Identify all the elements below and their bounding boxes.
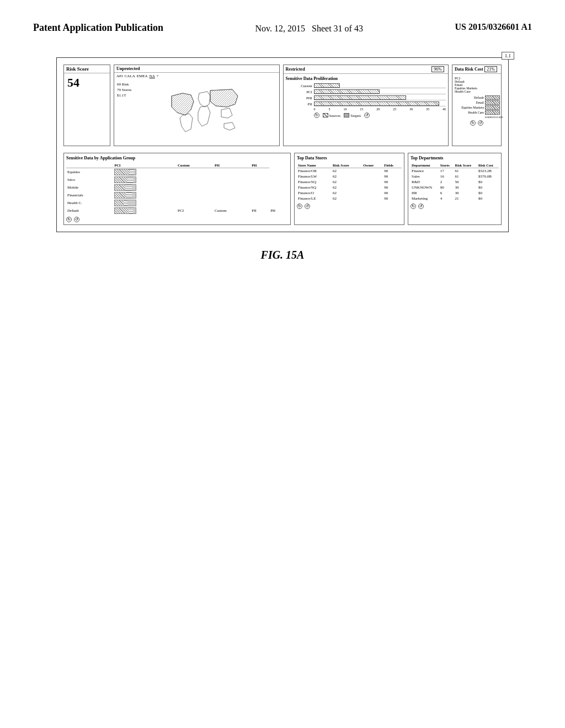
tds-owner [362, 196, 383, 201]
td-dept: HR [411, 190, 439, 196]
sdp-label-custom: Custom [286, 84, 312, 88]
sdp-chart: Sensitive Data Proliferation Custom PCI [284, 74, 449, 120]
sheet-number: Sheet 31 of 43 [312, 24, 363, 33]
table-row: Finance/SQ 62 90 [297, 185, 402, 190]
tds-owner [362, 185, 383, 190]
restricted-label: Restricted [286, 67, 305, 72]
tds-next-ctrl[interactable]: ↺ [305, 204, 310, 209]
table-row: Finance/SQ 62 90 [297, 179, 402, 185]
td-risk-score: 50 [454, 179, 477, 185]
td-stores: 4 [439, 196, 454, 201]
td-stores: 90 [439, 185, 454, 190]
td-dept: UNKNOWN [411, 185, 439, 190]
tds-risk-score: 62 [332, 174, 362, 179]
top-departments-panel: Top Departments Department Stores Risk S… [408, 153, 502, 225]
region-apj[interactable]: APJ [116, 74, 123, 78]
sdap-prev-ctrl[interactable]: ↻ [66, 217, 72, 222]
prev-ctrl[interactable]: ↻ [314, 113, 319, 118]
td-table: Department Stores Risk Score Risk Cost F… [411, 163, 499, 201]
tds-header-row: Store Name Risk Score Owner Fields [297, 163, 402, 168]
tds-store-name: Finance/O [297, 190, 332, 196]
table-row: R&D 2 50 $0 [411, 179, 499, 185]
map-info: 69 Risk 79 Stores $1.1T [117, 82, 131, 98]
restricted-percent: 96% [431, 66, 444, 72]
td-risk-cost: $0 [477, 185, 499, 190]
sdp-bar-pci: Custom [286, 83, 446, 88]
sdap-controls: ↻ ↺ [66, 217, 288, 222]
tds-store-name: Finance/LE [297, 196, 332, 201]
page-header: Patent Application Publication Nov. 12, … [0, 0, 565, 46]
table-row: Finance/LE 62 90 [297, 196, 402, 201]
financials-bar [114, 192, 136, 199]
drc-prev-ctrl[interactable]: ↻ [470, 120, 476, 126]
legend-targets-label: Targets [350, 114, 361, 117]
td-risk-score: 61 [454, 174, 477, 179]
sdp-label-pci: PCI [286, 90, 312, 94]
table-row: Financials [66, 191, 288, 199]
drc-bar-label-health: Health Care [454, 111, 484, 114]
map-stores: 79 Stores [117, 88, 131, 93]
healthc-bar [114, 200, 136, 206]
sdap-table: PCI Custom PII PH Equities [66, 163, 288, 215]
region-cala[interactable]: CALA [125, 74, 135, 78]
tds-owner [362, 179, 383, 185]
td-dept: Marketing [411, 196, 439, 201]
main-content: 1.1 Risk Score 54 Unprotected APJ [0, 46, 565, 272]
restricted-panel: Restricted 96% Sensitive Data Proliferat… [283, 65, 449, 146]
drc-pci-label: PCI [454, 76, 500, 80]
sdap-col-label [66, 163, 113, 168]
tds-owner [362, 190, 383, 196]
table-row: UNKNOWN 90 30 $0 [411, 185, 499, 190]
dashboard-id: 1.1 [502, 52, 514, 60]
publication-date-sheet: Nov. 12, 2015 Sheet 31 of 43 [255, 22, 363, 35]
tds-store-name: Finance/SQ [297, 179, 332, 185]
td-title: Top Departments [411, 156, 499, 160]
td-header-row: Department Stores Risk Score Risk Cost [411, 163, 499, 168]
drc-bar-label-default: Default [454, 96, 484, 99]
sdap-panel: Sensitive Data by Application Group PCI … [63, 153, 291, 225]
tds-col-owner: Owner [362, 163, 383, 168]
region-unknown[interactable]: ? [157, 74, 158, 78]
table-row: Finance/LW 62 90 [297, 174, 402, 179]
table-row: Finance 17 61 $523.2B [411, 168, 499, 174]
td-risk-cost: $0 [477, 179, 499, 185]
tds-fields: 90 [383, 174, 402, 179]
risk-score-label: Risk Score [64, 65, 110, 73]
td-prev-ctrl[interactable]: ↻ [411, 204, 416, 209]
tds-owner [362, 168, 383, 174]
sdp-bar-pii: PII [286, 101, 446, 106]
drc-next-ctrl[interactable]: ↺ [478, 120, 483, 126]
tds-risk-score: 62 [332, 196, 362, 201]
sdap-next-ctrl[interactable]: ↺ [74, 217, 79, 222]
mobile-bar [114, 184, 136, 191]
region-na[interactable]: NA [150, 74, 155, 78]
legend-targets-icon [344, 113, 349, 117]
tds-owner [362, 174, 383, 179]
drc-bars: Default Email Equities Markets [454, 95, 500, 115]
legend-sources-label: Sources [329, 114, 341, 117]
sdco-bar [114, 176, 136, 183]
sdap-title: Sensitive Data by Application Group [66, 156, 288, 160]
tds-col-fields: Fields [383, 163, 402, 168]
table-row: Finance/O 62 90 [297, 190, 402, 196]
map-area: 69 Risk 79 Stores $1.1T [114, 79, 279, 146]
sdap-row-label: Financials [66, 191, 113, 199]
tds-risk-score: 62 [332, 190, 362, 196]
next-ctrl[interactable]: ↺ [364, 113, 370, 118]
sdap-col-custom: Custom [177, 163, 214, 168]
td-next-ctrl[interactable]: ↺ [418, 204, 424, 209]
sdp-title: Sensitive Data Proliferation [286, 76, 446, 81]
td-dept: Finance [411, 168, 439, 174]
sdap-row-label: Mobile [66, 184, 113, 191]
table-row: Sales 16 61 $570.0B [411, 174, 499, 179]
tds-prev-ctrl[interactable]: ↻ [297, 204, 302, 209]
sdap-col-pci: PCI [113, 163, 177, 168]
drc-cat-health: Health Care [455, 90, 499, 93]
drc-bar-label-email: Email [454, 101, 484, 104]
td-stores: 2 [439, 179, 454, 185]
region-emea[interactable]: EMEA [137, 74, 148, 78]
td-stores: 16 [439, 174, 454, 179]
table-row: Finance/OR 62 90 [297, 168, 402, 174]
tds-fields: 90 [383, 185, 402, 190]
td-dept: R&D [411, 179, 439, 185]
